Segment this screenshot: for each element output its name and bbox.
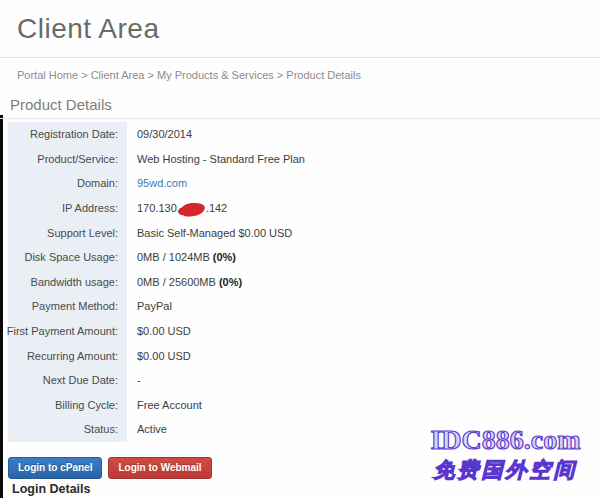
row-label: Recurring Amount:	[8, 343, 127, 368]
client-area-page: Client Area Portal Home > Client Area > …	[0, 0, 600, 498]
table-row: First Payment Amount:$0.00 USD	[8, 319, 568, 344]
row-value: Basic Self-Managed $0.00 USD	[127, 227, 292, 239]
row-label: Disk Space Usage:	[8, 245, 127, 270]
row-value: $0.00 USD	[127, 350, 191, 362]
login-to-cpanel-button[interactable]: Login to cPanel	[8, 457, 102, 479]
table-row: IP Address:170.130..142	[8, 196, 568, 221]
row-label: Payment Method:	[8, 294, 127, 319]
table-row: Recurring Amount:$0.00 USD	[8, 343, 568, 368]
row-label: Status:	[8, 417, 127, 442]
row-value: Web Hosting - Standard Free Plan	[127, 153, 305, 165]
header-divider	[0, 57, 600, 58]
table-row: Registration Date:09/30/2014	[8, 122, 568, 147]
row-label: Bandwidth usage:	[8, 270, 127, 295]
breadcrumb[interactable]: Portal Home > Client Area > My Products …	[17, 69, 361, 81]
row-value: Active	[127, 423, 167, 435]
row-label: First Payment Amount:	[8, 319, 127, 344]
row-value: 170.130..142	[127, 202, 227, 215]
row-value: 0MB / 25600MB(0%)	[127, 276, 242, 288]
row-label: IP Address:	[8, 196, 127, 221]
section-divider	[0, 118, 600, 119]
row-value: PayPal	[127, 300, 172, 312]
row-label: Next Due Date:	[8, 368, 127, 393]
row-label: Registration Date:	[8, 122, 127, 147]
section-title: Product Details	[10, 96, 112, 113]
product-details-table: Registration Date:09/30/2014Product/Serv…	[8, 122, 568, 442]
table-row: Disk Space Usage:0MB / 1024MB(0%)	[8, 245, 568, 270]
action-buttons: Login to cPanel Login to Webmail	[8, 457, 212, 479]
left-edge-artifact	[0, 115, 3, 498]
table-row: Product/Service:Web Hosting - Standard F…	[8, 147, 568, 172]
table-row: Payment Method:PayPal	[8, 294, 568, 319]
table-row: Status:Active	[8, 417, 568, 442]
row-value: Free Account	[127, 399, 202, 411]
row-label: Support Level:	[8, 220, 127, 245]
row-value: $0.00 USD	[127, 325, 191, 337]
table-row: Domain:95wd.com	[8, 171, 568, 196]
watermark-slogan-text: 免费国外空间	[413, 455, 598, 485]
row-value: -	[127, 374, 141, 386]
row-value: 0MB / 1024MB(0%)	[127, 251, 236, 263]
ip-redaction-scribble	[180, 201, 205, 217]
table-row: Bandwidth usage:0MB / 25600MB(0%)	[8, 270, 568, 295]
table-row: Billing Cycle:Free Account	[8, 393, 568, 418]
row-label: Billing Cycle:	[8, 393, 127, 418]
row-label: Product/Service:	[8, 147, 127, 172]
table-row: Next Due Date:-	[8, 368, 568, 393]
login-to-webmail-button[interactable]: Login to Webmail	[108, 457, 211, 479]
row-value: 95wd.com	[127, 177, 187, 189]
login-details-title: Login Details	[12, 482, 90, 496]
domain-link[interactable]: 95wd.com	[137, 177, 187, 189]
row-value: 09/30/2014	[127, 128, 192, 140]
row-label: Domain:	[8, 171, 127, 196]
table-row: Support Level:Basic Self-Managed $0.00 U…	[8, 220, 568, 245]
page-title: Client Area	[17, 13, 159, 45]
